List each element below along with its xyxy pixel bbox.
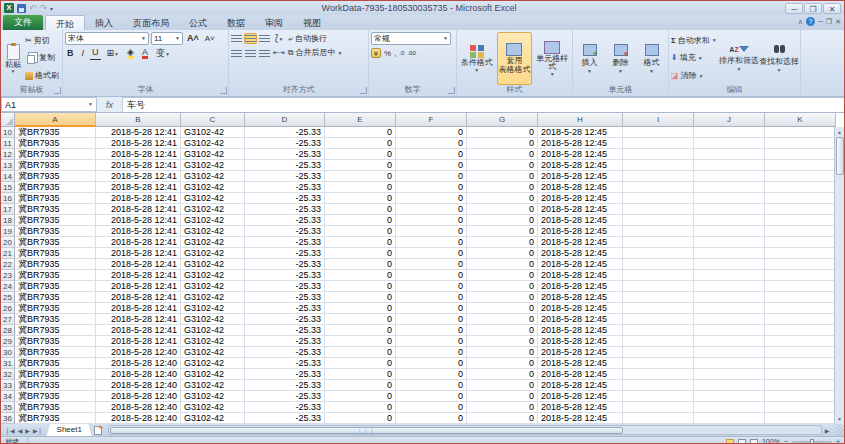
cell-D22[interactable]: -25.33 xyxy=(245,259,325,270)
cell-K18[interactable] xyxy=(765,215,836,226)
cell-J10[interactable] xyxy=(694,127,765,138)
cell-D24[interactable]: -25.33 xyxy=(245,281,325,292)
cell-F25[interactable]: 0 xyxy=(396,292,467,303)
cell-G24[interactable]: 0 xyxy=(467,281,538,292)
cell-E29[interactable]: 0 xyxy=(325,336,396,347)
cell-C29[interactable]: G3102-42 xyxy=(181,336,245,347)
cell-I20[interactable] xyxy=(623,237,694,248)
cell-B27[interactable]: 2018-5-28 12:41 xyxy=(96,314,181,325)
cell-F10[interactable]: 0 xyxy=(396,127,467,138)
cell-D17[interactable]: -25.33 xyxy=(245,204,325,215)
cell-D21[interactable]: -25.33 xyxy=(245,248,325,259)
row-header-34[interactable]: 34 xyxy=(1,391,15,402)
cell-D35[interactable]: -25.33 xyxy=(245,402,325,413)
cell-C13[interactable]: G3102-42 xyxy=(181,160,245,171)
cell-A21[interactable]: 冀BR7935 xyxy=(15,248,96,259)
currency-icon[interactable]: ¥ xyxy=(371,48,381,58)
cell-K33[interactable] xyxy=(765,380,836,391)
cell-F34[interactable]: 0 xyxy=(396,391,467,402)
cell-E10[interactable]: 0 xyxy=(325,127,396,138)
cell-G10[interactable]: 0 xyxy=(467,127,538,138)
cell-C32[interactable]: G3102-42 xyxy=(181,369,245,380)
cell-B32[interactable]: 2018-5-28 12:40 xyxy=(96,369,181,380)
cell-I33[interactable] xyxy=(623,380,694,391)
cell-F35[interactable]: 0 xyxy=(396,402,467,413)
cell-B33[interactable]: 2018-5-28 12:40 xyxy=(96,380,181,391)
cell-D34[interactable]: -25.33 xyxy=(245,391,325,402)
cell-G18[interactable]: 0 xyxy=(467,215,538,226)
cell-H12[interactable]: 2018-5-28 12:45 xyxy=(538,149,623,160)
find-select-button[interactable]: 查找和选择 ▼ xyxy=(760,32,798,85)
row-header-36[interactable]: 36 xyxy=(1,413,15,424)
column-header-B[interactable]: B xyxy=(96,113,181,127)
cell-A27[interactable]: 冀BR7935 xyxy=(15,314,96,325)
cell-I26[interactable] xyxy=(623,303,694,314)
cell-H18[interactable]: 2018-5-28 12:45 xyxy=(538,215,623,226)
clear-button[interactable]: ◪清除▼ xyxy=(671,71,718,81)
row-header-23[interactable]: 23 xyxy=(1,270,15,281)
dialog-launcher-icon[interactable] xyxy=(220,87,227,94)
cell-K19[interactable] xyxy=(765,226,836,237)
tab-page-layout[interactable]: 页面布局 xyxy=(123,15,179,30)
cell-G23[interactable]: 0 xyxy=(467,270,538,281)
cell-G15[interactable]: 0 xyxy=(467,182,538,193)
row-header-21[interactable]: 21 xyxy=(1,248,15,259)
cell-E18[interactable]: 0 xyxy=(325,215,396,226)
cell-H14[interactable]: 2018-5-28 12:45 xyxy=(538,171,623,182)
cell-A26[interactable]: 冀BR7935 xyxy=(15,303,96,314)
cell-B10[interactable]: 2018-5-28 12:41 xyxy=(96,127,181,138)
orientation-button[interactable]: ⟅▼ xyxy=(273,32,285,45)
cell-F14[interactable]: 0 xyxy=(396,171,467,182)
cell-A17[interactable]: 冀BR7935 xyxy=(15,204,96,215)
cell-G14[interactable]: 0 xyxy=(467,171,538,182)
column-header-F[interactable]: F xyxy=(396,113,467,127)
cell-F24[interactable]: 0 xyxy=(396,281,467,292)
cell-K10[interactable] xyxy=(765,127,836,138)
cell-A29[interactable]: 冀BR7935 xyxy=(15,336,96,347)
cell-G34[interactable]: 0 xyxy=(467,391,538,402)
cell-C17[interactable]: G3102-42 xyxy=(181,204,245,215)
row-header-26[interactable]: 26 xyxy=(1,303,15,314)
tab-file[interactable]: 文件 xyxy=(3,15,43,30)
cell-D27[interactable]: -25.33 xyxy=(245,314,325,325)
cell-D26[interactable]: -25.33 xyxy=(245,303,325,314)
cell-G25[interactable]: 0 xyxy=(467,292,538,303)
cell-D33[interactable]: -25.33 xyxy=(245,380,325,391)
cell-H30[interactable]: 2018-5-28 12:45 xyxy=(538,347,623,358)
borders-button[interactable]: ⊞▼ xyxy=(105,47,122,60)
cell-H24[interactable]: 2018-5-28 12:45 xyxy=(538,281,623,292)
cell-D36[interactable]: -25.33 xyxy=(245,413,325,424)
cell-D13[interactable]: -25.33 xyxy=(245,160,325,171)
row-header-20[interactable]: 20 xyxy=(1,237,15,248)
scroll-down-icon[interactable]: ▼ xyxy=(837,414,842,424)
cell-F18[interactable]: 0 xyxy=(396,215,467,226)
cell-A18[interactable]: 冀BR7935 xyxy=(15,215,96,226)
cell-C35[interactable]: G3102-42 xyxy=(181,402,245,413)
cell-A13[interactable]: 冀BR7935 xyxy=(15,160,96,171)
cell-B26[interactable]: 2018-5-28 12:41 xyxy=(96,303,181,314)
page-break-view-icon[interactable] xyxy=(750,439,758,444)
cell-B17[interactable]: 2018-5-28 12:41 xyxy=(96,204,181,215)
cell-C22[interactable]: G3102-42 xyxy=(181,259,245,270)
cell-B11[interactable]: 2018-5-28 12:41 xyxy=(96,138,181,149)
cell-K26[interactable] xyxy=(765,303,836,314)
cell-I27[interactable] xyxy=(623,314,694,325)
cell-A30[interactable]: 冀BR7935 xyxy=(15,347,96,358)
cell-E27[interactable]: 0 xyxy=(325,314,396,325)
zoom-level[interactable]: 100% xyxy=(762,437,780,444)
row-header-18[interactable]: 18 xyxy=(1,215,15,226)
cell-D16[interactable]: -25.33 xyxy=(245,193,325,204)
cell-A25[interactable]: 冀BR7935 xyxy=(15,292,96,303)
row-header-35[interactable]: 35 xyxy=(1,402,15,413)
tab-formulas[interactable]: 公式 xyxy=(179,15,217,30)
cell-C26[interactable]: G3102-42 xyxy=(181,303,245,314)
cell-J17[interactable] xyxy=(694,204,765,215)
cell-F17[interactable]: 0 xyxy=(396,204,467,215)
cell-I12[interactable] xyxy=(623,149,694,160)
cell-H15[interactable]: 2018-5-28 12:45 xyxy=(538,182,623,193)
cell-B25[interactable]: 2018-5-28 12:41 xyxy=(96,292,181,303)
cell-A36[interactable]: 冀BR7935 xyxy=(15,413,96,424)
cell-F27[interactable]: 0 xyxy=(396,314,467,325)
column-header-A[interactable]: A xyxy=(15,113,96,127)
cell-C19[interactable]: G3102-42 xyxy=(181,226,245,237)
